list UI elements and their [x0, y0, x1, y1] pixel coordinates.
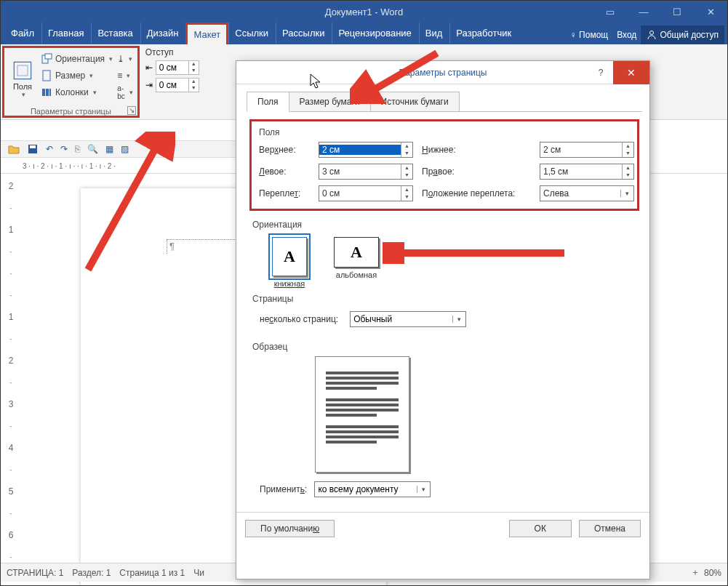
breaks-button[interactable]: ⤓▾: [116, 51, 135, 67]
multi-pages-select[interactable]: Обычный▾: [350, 311, 466, 327]
apply-select[interactable]: ко всему документу▾: [314, 481, 431, 497]
indent-label: Отступ: [145, 47, 199, 57]
maximize-icon[interactable]: ☐: [660, 1, 694, 23]
dialog-tab-paper[interactable]: Размер бумаги: [289, 92, 371, 112]
left-label: Левое:: [259, 166, 310, 177]
bottom-label: Нижнее:: [422, 145, 531, 155]
hyphenation-button[interactable]: a-bc▾: [116, 84, 135, 100]
paragraph-mark-icon: ¶: [169, 241, 175, 252]
svg-rect-5: [43, 71, 50, 81]
multi-pages-label: несколько страниц:: [260, 314, 338, 324]
gutter-pos-select[interactable]: Слева▾: [540, 185, 634, 201]
table-icon[interactable]: ▦: [105, 144, 113, 154]
tab-view[interactable]: Вид: [419, 22, 450, 44]
size-icon: [41, 70, 52, 81]
orientation-portrait[interactable]: A книжная: [264, 237, 315, 288]
size-button[interactable]: Размер▾: [39, 68, 114, 84]
cancel-button[interactable]: Отмена: [579, 520, 641, 537]
ribbon-display-icon[interactable]: ▭: [593, 1, 627, 23]
tab-layout[interactable]: Макет: [185, 23, 228, 44]
right-label: Правое:: [422, 166, 531, 177]
save-icon[interactable]: [27, 143, 39, 155]
page-setup-launcher[interactable]: ↘: [127, 106, 136, 115]
dialog-help-button[interactable]: ?: [588, 61, 613, 84]
dialog-title-bar[interactable]: Параметры страницы ? ✕: [236, 61, 649, 84]
tab-insert[interactable]: Вставка: [91, 22, 140, 44]
orientation-landscape[interactable]: A альбомная: [331, 237, 382, 288]
sample-label: Образец: [252, 342, 639, 352]
default-button[interactable]: По умолчанию: [245, 520, 335, 537]
bottom-input[interactable]: 2 см▲▼: [540, 142, 634, 158]
margins-button[interactable]: Поля ▾: [7, 49, 38, 105]
window-title: Документ1 - Word: [325, 7, 403, 17]
tab-developer[interactable]: Разработчик: [449, 22, 519, 44]
orientation-icon: [41, 53, 52, 65]
tab-home[interactable]: Главная: [41, 22, 91, 44]
apply-label: Применить:: [260, 484, 307, 494]
close-icon[interactable]: ✕: [694, 1, 727, 23]
svg-point-0: [650, 31, 654, 35]
margins-fieldset: Поля Верхнее: 2 см▲▼ Нижнее: 2 см▲▼ Лево…: [249, 119, 639, 211]
svg-rect-7: [46, 89, 49, 96]
tab-mailings[interactable]: Рассылки: [276, 22, 332, 44]
landscape-icon: A: [334, 237, 379, 268]
indent-left-input[interactable]: 0 см▲▼: [156, 60, 199, 75]
margins-legend: Поля: [259, 127, 630, 137]
ok-button[interactable]: ОК: [509, 520, 572, 537]
find-icon[interactable]: 🔍: [87, 144, 98, 154]
zoom-plus-icon[interactable]: ＋: [691, 566, 700, 579]
indent-group: Отступ ⇤ 0 см▲▼ ⇥ 0 см▲▼: [141, 44, 204, 119]
dialog-title: Параметры страницы: [399, 68, 487, 78]
titlebar: Документ1 - Word ▭ — ☐ ✕: [1, 1, 727, 23]
share-button[interactable]: Общий доступ: [641, 25, 724, 44]
indent-right-icon: ⇥: [145, 80, 153, 90]
quick-access-toolbar: ↶ ↷ ⎘ 🔍 ▦ ▨: [1, 140, 241, 158]
svg-rect-6: [42, 89, 45, 96]
margins-icon: [12, 60, 33, 81]
status-words[interactable]: Чи: [193, 568, 204, 578]
zoom-value: 80%: [704, 568, 721, 578]
top-label: Верхнее:: [259, 145, 310, 155]
page-setup-dialog: Параметры страницы ? ✕ Поля Размер бумаг…: [236, 60, 650, 579]
right-input[interactable]: 1,5 см▲▼: [540, 164, 634, 180]
portrait-icon: A: [272, 237, 307, 276]
columns-button[interactable]: Колонки▾: [39, 84, 114, 100]
dialog-tab-margins[interactable]: Поля: [247, 92, 289, 112]
svg-rect-4: [45, 54, 52, 59]
tell-me-icon[interactable]: ♀ Помощ: [566, 30, 612, 40]
vertical-ruler[interactable]: 2·1···1·2·3·4·5·6·7·8·9: [4, 175, 18, 559]
line-numbers-button[interactable]: ≡▾: [116, 68, 135, 84]
minimize-icon[interactable]: —: [627, 1, 660, 23]
page-setup-group: Поля ▾ Ориентация▾ Размер▾ Колонки▾ ⤓▾ ≡…: [2, 46, 140, 118]
status-section[interactable]: Раздел: 1: [72, 568, 111, 578]
copy-icon[interactable]: ⎘: [75, 144, 80, 154]
picture-icon[interactable]: ▨: [121, 144, 129, 154]
tab-references[interactable]: Ссылки: [228, 22, 276, 44]
dialog-tab-source[interactable]: Источник бумаги: [370, 92, 460, 112]
redo-icon[interactable]: ↷: [60, 144, 68, 154]
svg-rect-2: [17, 65, 28, 76]
sample-preview: [315, 356, 409, 473]
zoom-controls[interactable]: ＋ 80%: [691, 566, 721, 579]
tab-review[interactable]: Рецензирование: [332, 22, 418, 44]
top-input[interactable]: 2 см▲▼: [319, 142, 413, 158]
dialog-close-button[interactable]: ✕: [613, 61, 649, 84]
status-page[interactable]: СТРАНИЦА: 1: [7, 568, 63, 578]
open-icon[interactable]: [8, 143, 20, 155]
orientation-button[interactable]: Ориентация▾: [39, 51, 114, 67]
columns-icon: [41, 87, 52, 98]
tab-design[interactable]: Дизайн: [140, 22, 186, 44]
signin-link[interactable]: Вход: [612, 30, 641, 40]
svg-rect-8: [49, 89, 51, 96]
left-input[interactable]: 3 см▲▼: [319, 164, 413, 180]
dialog-tabs: Поля Размер бумаги Источник бумаги: [247, 92, 642, 112]
undo-icon[interactable]: ↶: [46, 144, 53, 154]
gutter-input[interactable]: 0 см▲▼: [319, 185, 413, 201]
share-icon: [647, 30, 657, 40]
svg-rect-10: [30, 145, 36, 148]
indent-right-input[interactable]: 0 см▲▼: [156, 78, 199, 92]
tab-file[interactable]: Файл: [4, 22, 41, 44]
group-label: Параметры страницы: [4, 107, 137, 116]
status-page-of[interactable]: Страница 1 из 1: [119, 568, 185, 578]
orientation-label: Ориентация: [252, 220, 639, 230]
